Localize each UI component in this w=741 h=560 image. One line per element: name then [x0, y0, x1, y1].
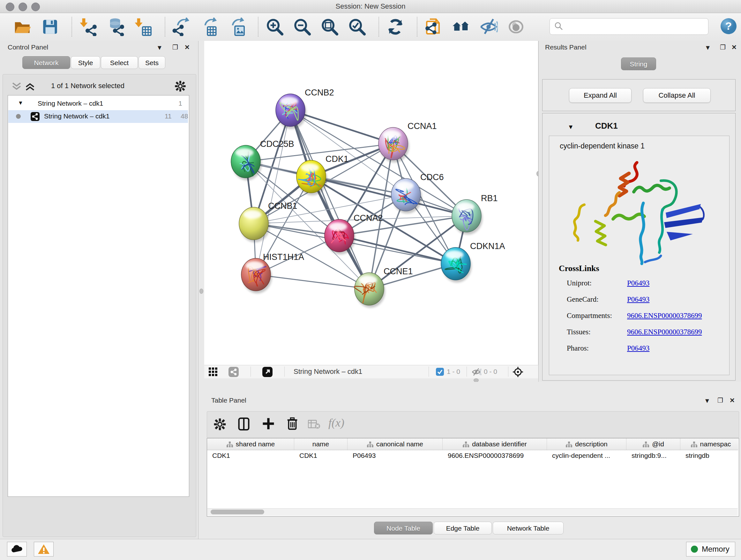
table-cell[interactable]: CDK1: [207, 450, 294, 461]
create-column-plus-icon[interactable]: [261, 417, 275, 432]
tab-select[interactable]: Select: [101, 56, 138, 69]
import-table-icon[interactable]: [134, 17, 152, 36]
column-header-namespac[interactable]: namespac: [680, 438, 741, 450]
table-settings-gear-icon[interactable]: [213, 417, 227, 433]
network-node-CCNB2[interactable]: CCNB2: [276, 88, 334, 129]
network-view-toolbar: String Network – cdk1 1 - 0 0 - 0: [204, 365, 538, 379]
network-edge[interactable]: [256, 274, 369, 289]
node-label-CCNE1: CCNE1: [384, 266, 413, 276]
results-panel-title: Results Panel: [545, 44, 587, 51]
expand-all-networks-icon[interactable]: [24, 82, 36, 92]
tab-network-table[interactable]: Network Table: [493, 522, 563, 535]
node-table: shared namenamecanonical namedatabase id…: [207, 438, 739, 516]
import-network-from-database-icon[interactable]: [107, 17, 125, 36]
cytoscape-window: Session: New Session ? Control Panel ▼ ❐…: [0, 0, 741, 560]
column-header-database-identifier[interactable]: database identifier: [443, 438, 547, 450]
column-header-name[interactable]: name: [294, 438, 347, 450]
import-network-from-file-icon[interactable]: [79, 17, 98, 36]
column-header-canonical-name[interactable]: canonical name: [347, 438, 443, 450]
zoom-in-icon[interactable]: [266, 17, 284, 36]
table-cell[interactable]: 9606.ENSP00000378699: [443, 450, 547, 461]
table-cell[interactable]: P06493: [347, 450, 443, 461]
hide-selection-icon[interactable]: [479, 17, 498, 36]
crosslink-value-link[interactable]: P06493: [627, 295, 650, 304]
tab-sets[interactable]: Sets: [138, 56, 165, 69]
network-row-selected[interactable]: String Network – cdk1 11 48: [8, 110, 188, 123]
table-cell[interactable]: stringdb:9...: [626, 450, 680, 461]
protein-structure-image[interactable]: [565, 153, 712, 273]
save-session-icon[interactable]: [41, 17, 59, 36]
network-canvas[interactable]: CCNB2CCNA1CDC25BCDK1CDC6RB1CCNB1CCNA2CDK…: [204, 41, 538, 365]
results-panel-collapse-icon[interactable]: ▼: [704, 44, 711, 51]
export-network-icon[interactable]: [172, 17, 191, 36]
network-selection-status: 1 of 1 Network selected: [51, 82, 125, 90]
column-header-description[interactable]: description: [547, 438, 626, 450]
crosslink-value-link[interactable]: P06493: [627, 279, 650, 287]
table-cell[interactable]: cyclin-dependent ...: [547, 450, 626, 461]
splitter-handle[interactable]: [199, 289, 203, 294]
export-image-icon[interactable]: [227, 17, 246, 36]
vertical-splitter-left[interactable]: [199, 41, 204, 539]
gene-collapse-icon[interactable]: ▼: [568, 124, 574, 131]
table-cell[interactable]: stringdb: [680, 450, 741, 461]
results-panel-float-icon[interactable]: ❐: [720, 44, 726, 51]
column-header-shared-name[interactable]: shared name: [207, 438, 294, 450]
expand-all-button[interactable]: Expand All: [569, 88, 631, 103]
zoom-fit-icon[interactable]: [320, 17, 339, 36]
zoom-selected-icon[interactable]: [348, 17, 366, 36]
control-panel-collapse-icon[interactable]: ▼: [156, 44, 163, 51]
delete-column-trash-icon[interactable]: [285, 416, 300, 432]
memory-button[interactable]: Memory: [686, 542, 735, 557]
tab-string[interactable]: String: [621, 57, 656, 70]
table-row[interactable]: CDK1CDK1P064939606.ENSP00000378699cyclin…: [207, 450, 738, 461]
table-panel-float-icon[interactable]: ❐: [718, 396, 723, 404]
help-button[interactable]: ?: [720, 17, 737, 36]
crosslink-value-link[interactable]: P06493: [627, 344, 650, 353]
collapse-all-button[interactable]: Collapse All: [643, 88, 711, 103]
crosslink-value-link[interactable]: 9606.ENSP00000378699: [627, 312, 702, 320]
network-edge[interactable]: [290, 110, 369, 289]
network-birdseye-icon[interactable]: [228, 367, 239, 378]
table-panel-close-icon[interactable]: ✕: [730, 396, 735, 404]
network-node-RB1[interactable]: RB1: [452, 193, 498, 235]
scrollbar-thumb[interactable]: [211, 509, 264, 514]
zoom-out-icon[interactable]: [293, 17, 312, 36]
table-cell[interactable]: CDK1: [294, 450, 347, 461]
first-neighbors-icon[interactable]: [452, 17, 470, 36]
table-horizontal-scrollbar[interactable]: [207, 508, 738, 516]
tab-node-table[interactable]: Node Table: [374, 522, 433, 535]
network-node-HIST1H1A[interactable]: HIST1H1A: [241, 252, 304, 294]
selected-checkbox-icon[interactable]: [436, 368, 444, 377]
results-panel-close-icon[interactable]: ✕: [731, 44, 737, 51]
cloud-button[interactable]: [7, 542, 27, 557]
tab-edge-table[interactable]: Edge Table: [434, 522, 492, 535]
network-node-CCNA1[interactable]: CCNA1: [379, 121, 437, 163]
network-options-gear-icon[interactable]: [174, 80, 187, 94]
open-session-icon[interactable]: [13, 17, 32, 36]
collapse-all-networks-icon[interactable]: [11, 82, 22, 92]
collection-expand-icon[interactable]: ▼: [18, 100, 23, 106]
tab-style[interactable]: Style: [71, 56, 100, 69]
network-collection-row[interactable]: ▼ String Network – cdk1 1: [8, 98, 188, 110]
network-node-CDK1[interactable]: CDK1: [296, 154, 348, 195]
window-titlebar: Session: New Session: [0, 0, 741, 13]
column-header--id[interactable]: @id: [626, 438, 680, 450]
network-node-CCNE1[interactable]: CCNE1: [354, 266, 413, 308]
tab-network[interactable]: Network: [22, 56, 70, 69]
table-panel-collapse-icon[interactable]: ▼: [704, 397, 711, 405]
network-node-CDKN1A[interactable]: CDKN1A: [441, 241, 505, 283]
warnings-button[interactable]: [34, 542, 54, 557]
search-input[interactable]: [565, 20, 704, 33]
detach-view-icon[interactable]: [262, 367, 273, 378]
new-network-from-selection-icon[interactable]: [424, 17, 443, 36]
control-panel-float-icon[interactable]: ❐: [172, 44, 178, 51]
show-columns-icon[interactable]: [237, 417, 251, 433]
pan-crosshair-icon[interactable]: [513, 367, 523, 379]
control-panel-close-icon[interactable]: ✕: [185, 44, 190, 51]
network-node-CCNB1[interactable]: CCNB1: [239, 201, 297, 242]
refresh-icon[interactable]: [386, 17, 405, 36]
grid-view-icon[interactable]: [209, 368, 218, 378]
show-hidden-icon[interactable]: [507, 17, 525, 36]
export-table-icon[interactable]: [200, 17, 218, 36]
crosslink-value-link[interactable]: 9606.ENSP00000378699: [627, 328, 702, 336]
